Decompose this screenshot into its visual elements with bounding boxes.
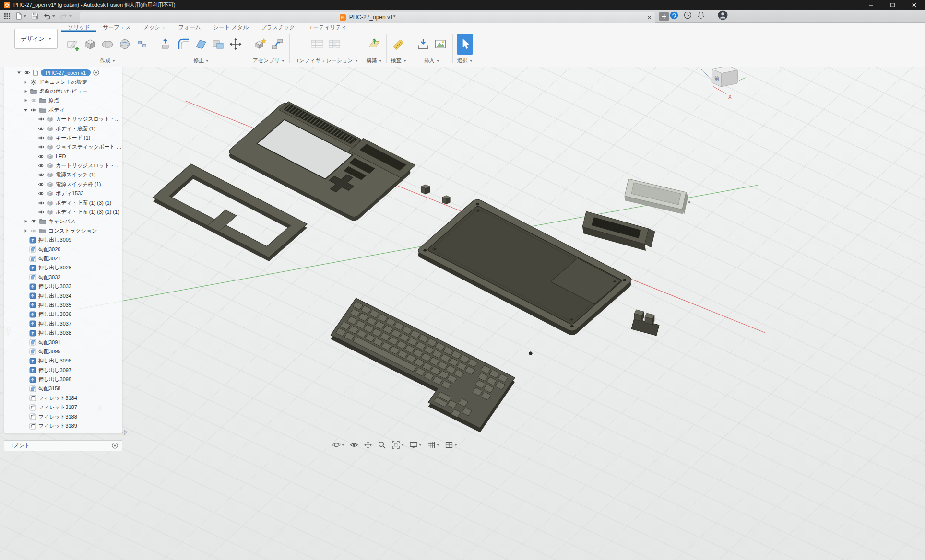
feature-item[interactable]: 押し出し3096 (4, 356, 122, 365)
ribbon-tab-1[interactable]: サーフェス (96, 23, 137, 32)
feature-item[interactable]: 勾配3020 (4, 245, 122, 254)
sketch-create-button[interactable] (65, 34, 81, 55)
eye-icon[interactable] (38, 210, 45, 215)
shell-button[interactable] (193, 34, 209, 55)
feature-item[interactable]: フィレット3184 (4, 394, 122, 403)
browser-node[interactable]: コンストラクション (4, 226, 122, 235)
sphere-primitive-button[interactable] (117, 34, 133, 55)
feature-item[interactable]: 押し出し3038 (4, 328, 122, 338)
ribbon-group-dropdown[interactable]: コンフィギュレーション (294, 56, 358, 65)
ribbon-tab-3[interactable]: フォーム (172, 23, 207, 32)
tab-close-button[interactable] (647, 14, 652, 21)
file-menu-button[interactable] (15, 12, 26, 20)
body-item[interactable]: カートリッジスロット・カバー (4, 115, 122, 124)
config-table-button[interactable] (326, 34, 343, 55)
joint-button[interactable] (269, 34, 285, 55)
eye-icon[interactable] (38, 200, 45, 206)
body-item[interactable]: ボディ・上面 (1) (3) (1) (1) (4, 208, 122, 217)
ribbon-group-dropdown[interactable]: 挿入 (424, 56, 439, 65)
eye-icon[interactable] (38, 135, 45, 140)
tri-right-icon[interactable] (24, 98, 28, 103)
eye-icon[interactable] (38, 172, 45, 177)
feature-item[interactable]: フィレット3189 (4, 421, 122, 431)
feature-item[interactable]: 押し出し3037 (4, 319, 122, 328)
browser-root-item[interactable]: PHC-27_open v1 (4, 68, 122, 77)
power-switch[interactable] (421, 185, 430, 194)
feature-item[interactable]: 勾配3032 (4, 273, 122, 282)
ribbon-tab-0[interactable]: ソリッド (61, 23, 96, 32)
close-button[interactable] (903, 0, 925, 10)
redo-button[interactable] (60, 13, 72, 20)
tri-right-icon[interactable] (24, 219, 28, 223)
press-pull-button[interactable] (158, 34, 175, 55)
feature-item[interactable]: 勾配3091 (4, 338, 122, 347)
document-tab[interactable]: PHC-27_open v1* (80, 12, 655, 23)
feature-item[interactable]: 押し出し3036 (4, 310, 122, 319)
tri-right-icon[interactable] (24, 80, 28, 84)
power-switch-frame[interactable] (442, 196, 450, 204)
eye-icon[interactable] (30, 219, 37, 224)
ribbon-group-dropdown[interactable]: 選択 (457, 56, 473, 65)
expand-comments-icon[interactable] (112, 443, 118, 449)
eye-icon[interactable] (38, 163, 45, 168)
look-at-button[interactable] (348, 439, 360, 451)
eye-icon[interactable] (38, 182, 45, 187)
app-menu-button[interactable] (4, 13, 11, 20)
feature-item[interactable]: 押し出し3097 (4, 366, 122, 375)
body-item[interactable]: キーボード (1) (4, 133, 122, 142)
eye-icon[interactable] (38, 154, 45, 159)
viewports-button[interactable] (443, 439, 459, 451)
feature-item[interactable]: 押し出し3033 (4, 282, 122, 291)
canvas-insert-button[interactable] (432, 34, 449, 55)
orbit-button[interactable] (330, 439, 346, 451)
ribbon-group-dropdown[interactable]: 修正 (193, 56, 209, 65)
box-primitive-button[interactable] (82, 34, 98, 55)
new-tab-button[interactable] (659, 12, 669, 21)
tri-open-icon[interactable] (24, 108, 28, 112)
body-item[interactable]: ボディ・上面 (1) (3) (1) (4, 198, 122, 207)
feature-item[interactable]: 勾配3095 (4, 347, 122, 356)
eye-icon[interactable] (38, 126, 45, 131)
undo-button[interactable] (43, 13, 55, 20)
body-item[interactable]: ジョイスティックポート (1) (1) (4, 142, 122, 152)
minimize-button[interactable] (860, 0, 882, 10)
grid-settings-button[interactable] (425, 439, 441, 451)
ribbon-group-dropdown[interactable]: 構築 (367, 56, 382, 65)
eye-icon[interactable] (38, 191, 45, 196)
ribbon-tab-5[interactable]: プラスチック (255, 23, 301, 32)
profile-button[interactable] (718, 10, 728, 22)
tri-right-icon[interactable] (24, 229, 28, 233)
ribbon-tab-2[interactable]: メッシュ (137, 23, 172, 32)
combine-button[interactable] (210, 34, 226, 55)
viewport-3d[interactable]: -150-50-25 (0, 67, 925, 560)
insert-button[interactable] (415, 34, 431, 55)
workspace-selector[interactable]: デザイン (14, 29, 58, 49)
feature-item[interactable]: 勾配3158 (4, 384, 122, 393)
eye-icon[interactable] (38, 144, 45, 150)
feature-item[interactable]: 勾配3021 (4, 254, 122, 263)
body-item[interactable]: LED (4, 152, 122, 161)
construct-plane-button[interactable] (366, 34, 382, 55)
ribbon-group-dropdown[interactable]: アセンブリ (253, 56, 285, 65)
body-item[interactable]: カートリッジスロット・フレーム (4, 161, 122, 170)
pattern-button[interactable] (134, 34, 150, 55)
ribbon-group-dropdown[interactable]: 検査 (391, 56, 406, 65)
tri-right-icon[interactable] (24, 89, 28, 93)
pan-button[interactable] (362, 439, 374, 451)
job-status-button[interactable] (684, 11, 692, 21)
ribbon-group-dropdown[interactable]: 作成 (100, 56, 115, 65)
feature-item[interactable]: 押し出し3028 (4, 263, 122, 272)
body-item[interactable]: ボディ1533 (4, 189, 122, 198)
feature-item[interactable]: 押し出し3009 (4, 235, 122, 245)
move-button[interactable] (227, 34, 244, 55)
select-button[interactable] (457, 34, 473, 55)
fit-button[interactable] (390, 439, 406, 451)
eye-icon[interactable] (24, 70, 30, 75)
browser-node[interactable]: 原点 (4, 96, 122, 105)
zoom-button[interactable] (376, 439, 388, 451)
help-button[interactable] (670, 11, 678, 22)
feature-item[interactable]: 押し出し3034 (4, 291, 122, 300)
eye-icon[interactable] (30, 107, 37, 113)
eye-icon[interactable] (38, 117, 45, 122)
browser-node[interactable]: キャンバス (4, 217, 122, 226)
